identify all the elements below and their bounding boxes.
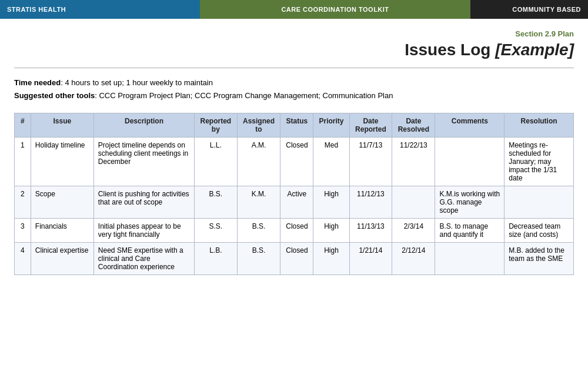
cell-date-resolved: 2/3/14 (392, 219, 435, 243)
toolkit-title: CARE COORDINATION TOOLKIT (200, 0, 470, 19)
time-label: Time needed (14, 78, 61, 87)
cell-resolution (505, 186, 574, 219)
table-row: 1Holiday timelineProject timeline depend… (15, 138, 574, 186)
cell-status: Closed (280, 243, 313, 275)
cell-description: Client is pushing for activities that ar… (93, 186, 194, 219)
cell-num: 4 (15, 243, 31, 275)
cell-issue: Clinical expertise (31, 243, 93, 275)
cell-resolution: M.B. added to the team as the SME (505, 243, 574, 275)
time-needed-line: Time needed: 4 hours to set up; 1 hour w… (14, 76, 574, 89)
cell-date-resolved (392, 186, 435, 219)
cell-assigned-to: B.S. (237, 219, 280, 243)
col-header-date-resolved: Date Resolved (392, 113, 435, 138)
cell-num: 1 (15, 138, 31, 186)
section-label: Section 2.9 Plan (14, 29, 574, 38)
cell-date-reported: 11/12/13 (349, 186, 392, 219)
cell-date-reported: 1/21/14 (349, 243, 392, 275)
col-header-date-reported: Date Reported (349, 113, 392, 138)
time-value: : 4 hours to set up; 1 hour weekly to ma… (61, 78, 213, 87)
cell-status: Closed (280, 219, 313, 243)
cell-priority: High (313, 219, 349, 243)
stratis-logo: STRATIS HEALTH (0, 0, 200, 19)
cell-status: Closed (280, 138, 313, 186)
col-header-resolution: Resolution (505, 113, 574, 138)
cell-description: Need SME expertise with a clinical and C… (93, 243, 194, 275)
col-header-reported-by: Reported by (195, 113, 237, 138)
col-header-priority: Priority (313, 113, 349, 138)
cell-reported-by: L.L. (195, 138, 237, 186)
table-row: 3FinancialsInitial phases appear to be v… (15, 219, 574, 243)
cell-reported-by: B.S. (195, 186, 237, 219)
cell-num: 3 (15, 219, 31, 243)
cell-reported-by: S.S. (195, 219, 237, 243)
col-header-comments: Comments (435, 113, 505, 138)
cell-description: Initial phases appear to be very tight f… (93, 219, 194, 243)
cell-issue: Financials (31, 219, 93, 243)
cell-date-resolved: 11/22/13 (392, 138, 435, 186)
cell-priority: High (313, 243, 349, 275)
col-header-issue: Issue (31, 113, 93, 138)
suggested-label: Suggested other tools (14, 91, 95, 100)
meta-info: Time needed: 4 hours to set up; 1 hour w… (14, 76, 574, 102)
table-row: 4Clinical expertiseNeed SME expertise wi… (15, 243, 574, 275)
cell-num: 2 (15, 186, 31, 219)
suggested-tools-line: Suggested other tools: CCC Program Proje… (14, 89, 574, 102)
cell-description: Project timeline depends on scheduling c… (93, 138, 194, 186)
cell-date-reported: 11/7/13 (349, 138, 392, 186)
cell-assigned-to: K.M. (237, 186, 280, 219)
col-header-num: # (15, 113, 31, 138)
cell-reported-by: L.B. (195, 243, 237, 275)
cell-date-reported: 11/13/13 (349, 219, 392, 243)
cell-date-resolved: 2/12/14 (392, 243, 435, 275)
cell-resolution: Decreased team size (and costs) (505, 219, 574, 243)
table-header-row: # Issue Description Reported by Assigned… (15, 113, 574, 138)
cell-comments (435, 138, 505, 186)
col-header-status: Status (280, 113, 313, 138)
col-header-description: Description (93, 113, 194, 138)
title-divider (14, 68, 574, 68)
table-row: 2ScopeClient is pushing for activities t… (15, 186, 574, 219)
cell-status: Active (280, 186, 313, 219)
cell-priority: High (313, 186, 349, 219)
cell-issue: Holiday timeline (31, 138, 93, 186)
cell-comments: B.S. to manage and quantify it (435, 219, 505, 243)
cell-comments: K.M.is working with G.G. manage scope (435, 186, 505, 219)
cell-issue: Scope (31, 186, 93, 219)
page-title: Issues Log [Example] (14, 41, 574, 59)
col-header-assigned-to: Assigned to (237, 113, 280, 138)
cell-comments (435, 243, 505, 275)
page-header: STRATIS HEALTH CARE COORDINATION TOOLKIT… (0, 0, 588, 19)
cell-priority: Med (313, 138, 349, 186)
community-label: COMMUNITY BASED (470, 0, 588, 19)
issues-table: # Issue Description Reported by Assigned… (14, 113, 574, 275)
suggested-value: : CCC Program Project Plan; CCC Program … (95, 91, 393, 100)
main-content: Section 2.9 Plan Issues Log [Example] Ti… (0, 19, 588, 289)
cell-assigned-to: B.S. (237, 243, 280, 275)
cell-assigned-to: A.M. (237, 138, 280, 186)
cell-resolution: Meetings re-scheduled for January; may i… (505, 138, 574, 186)
